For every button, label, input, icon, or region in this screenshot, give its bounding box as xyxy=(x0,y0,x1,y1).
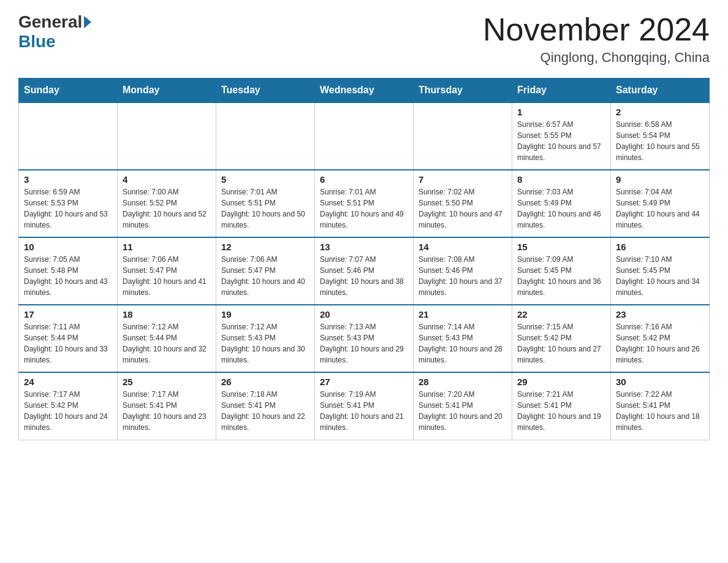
day-info: Sunrise: 7:16 AMSunset: 5:42 PMDaylight:… xyxy=(616,321,704,366)
day-number: 30 xyxy=(616,377,704,387)
day-info: Sunrise: 7:03 AMSunset: 5:49 PMDaylight:… xyxy=(517,186,605,231)
day-number: 7 xyxy=(419,174,507,185)
calendar-cell: 17Sunrise: 7:11 AMSunset: 5:44 PMDayligh… xyxy=(19,305,118,372)
day-number: 12 xyxy=(221,242,309,252)
day-info: Sunrise: 7:12 AMSunset: 5:44 PMDaylight:… xyxy=(123,321,211,366)
calendar-cell: 5Sunrise: 7:01 AMSunset: 5:51 PMDaylight… xyxy=(216,170,315,237)
day-info: Sunrise: 7:06 AMSunset: 5:47 PMDaylight:… xyxy=(221,254,309,298)
day-number: 17 xyxy=(24,309,112,320)
month-title: November 2024 xyxy=(483,12,710,47)
calendar-cell: 12Sunrise: 7:06 AMSunset: 5:47 PMDayligh… xyxy=(216,237,315,305)
day-number: 8 xyxy=(517,174,605,185)
calendar-cell xyxy=(19,102,118,170)
calendar-cell: 11Sunrise: 7:06 AMSunset: 5:47 PMDayligh… xyxy=(118,237,216,305)
weekday-header-monday: Monday xyxy=(118,79,216,103)
day-number: 15 xyxy=(517,242,605,252)
weekday-header-wednesday: Wednesday xyxy=(315,79,414,103)
day-info: Sunrise: 7:15 AMSunset: 5:42 PMDaylight:… xyxy=(517,321,605,366)
day-info: Sunrise: 6:58 AMSunset: 5:54 PMDaylight:… xyxy=(616,119,704,163)
logo-triangle-icon xyxy=(84,16,91,28)
day-info: Sunrise: 7:01 AMSunset: 5:51 PMDaylight:… xyxy=(320,186,408,231)
day-number: 20 xyxy=(320,309,408,320)
logo: General Blue xyxy=(18,12,93,52)
calendar-cell: 25Sunrise: 7:17 AMSunset: 5:41 PMDayligh… xyxy=(118,372,216,440)
calendar-cell: 19Sunrise: 7:12 AMSunset: 5:43 PMDayligh… xyxy=(216,305,315,372)
day-number: 11 xyxy=(123,242,211,252)
day-number: 29 xyxy=(517,377,605,387)
day-number: 5 xyxy=(221,174,309,185)
calendar-cell: 28Sunrise: 7:20 AMSunset: 5:41 PMDayligh… xyxy=(414,372,512,440)
day-number: 4 xyxy=(123,174,211,185)
calendar-cell: 3Sunrise: 6:59 AMSunset: 5:53 PMDaylight… xyxy=(19,170,118,237)
weekday-header-tuesday: Tuesday xyxy=(216,79,315,103)
day-info: Sunrise: 7:20 AMSunset: 5:41 PMDaylight:… xyxy=(419,389,507,433)
day-number: 26 xyxy=(221,377,309,387)
day-number: 2 xyxy=(616,107,704,117)
calendar-cell: 16Sunrise: 7:10 AMSunset: 5:45 PMDayligh… xyxy=(611,237,710,305)
day-number: 1 xyxy=(517,107,605,117)
day-number: 21 xyxy=(419,309,507,320)
day-number: 27 xyxy=(320,377,408,387)
weekday-header-saturday: Saturday xyxy=(611,79,710,103)
calendar-week-row: 24Sunrise: 7:17 AMSunset: 5:42 PMDayligh… xyxy=(19,372,710,440)
calendar-cell: 7Sunrise: 7:02 AMSunset: 5:50 PMDaylight… xyxy=(414,170,512,237)
day-info: Sunrise: 7:11 AMSunset: 5:44 PMDaylight:… xyxy=(24,321,112,366)
day-number: 28 xyxy=(419,377,507,387)
day-number: 9 xyxy=(616,174,704,185)
calendar-cell: 1Sunrise: 6:57 AMSunset: 5:55 PMDaylight… xyxy=(512,102,611,170)
calendar-cell xyxy=(118,102,216,170)
calendar-cell: 20Sunrise: 7:13 AMSunset: 5:43 PMDayligh… xyxy=(315,305,414,372)
day-number: 22 xyxy=(517,309,605,320)
day-info: Sunrise: 7:01 AMSunset: 5:51 PMDaylight:… xyxy=(221,186,309,231)
calendar-cell: 6Sunrise: 7:01 AMSunset: 5:51 PMDaylight… xyxy=(315,170,414,237)
day-info: Sunrise: 7:05 AMSunset: 5:48 PMDaylight:… xyxy=(24,254,112,298)
calendar-cell: 29Sunrise: 7:21 AMSunset: 5:41 PMDayligh… xyxy=(512,372,611,440)
day-number: 10 xyxy=(24,242,112,252)
day-info: Sunrise: 6:59 AMSunset: 5:53 PMDaylight:… xyxy=(24,186,112,231)
calendar-cell: 8Sunrise: 7:03 AMSunset: 5:49 PMDaylight… xyxy=(512,170,611,237)
day-info: Sunrise: 7:22 AMSunset: 5:41 PMDaylight:… xyxy=(616,389,704,433)
day-info: Sunrise: 7:10 AMSunset: 5:45 PMDaylight:… xyxy=(616,254,704,298)
calendar-week-row: 1Sunrise: 6:57 AMSunset: 5:55 PMDaylight… xyxy=(19,102,710,170)
calendar-table: SundayMondayTuesdayWednesdayThursdayFrid… xyxy=(18,78,710,440)
weekday-header-sunday: Sunday xyxy=(19,79,118,103)
logo-blue-text: Blue xyxy=(18,32,56,51)
calendar-cell: 24Sunrise: 7:17 AMSunset: 5:42 PMDayligh… xyxy=(19,372,118,440)
calendar-cell: 4Sunrise: 7:00 AMSunset: 5:52 PMDaylight… xyxy=(118,170,216,237)
day-number: 24 xyxy=(24,377,112,387)
day-info: Sunrise: 7:17 AMSunset: 5:41 PMDaylight:… xyxy=(123,389,211,433)
day-number: 16 xyxy=(616,242,704,252)
calendar-cell: 9Sunrise: 7:04 AMSunset: 5:49 PMDaylight… xyxy=(611,170,710,237)
day-info: Sunrise: 7:06 AMSunset: 5:47 PMDaylight:… xyxy=(123,254,211,298)
weekday-header-friday: Friday xyxy=(512,79,611,103)
day-info: Sunrise: 7:08 AMSunset: 5:46 PMDaylight:… xyxy=(419,254,507,298)
day-number: 19 xyxy=(221,309,309,320)
day-info: Sunrise: 7:09 AMSunset: 5:45 PMDaylight:… xyxy=(517,254,605,298)
day-info: Sunrise: 7:17 AMSunset: 5:42 PMDaylight:… xyxy=(24,389,112,433)
day-info: Sunrise: 6:57 AMSunset: 5:55 PMDaylight:… xyxy=(517,119,605,163)
logo-general-text: General xyxy=(18,12,82,32)
day-number: 13 xyxy=(320,242,408,252)
calendar-cell: 30Sunrise: 7:22 AMSunset: 5:41 PMDayligh… xyxy=(611,372,710,440)
day-info: Sunrise: 7:19 AMSunset: 5:41 PMDaylight:… xyxy=(320,389,408,433)
calendar-header-row: SundayMondayTuesdayWednesdayThursdayFrid… xyxy=(19,79,710,103)
calendar-cell: 14Sunrise: 7:08 AMSunset: 5:46 PMDayligh… xyxy=(414,237,512,305)
day-info: Sunrise: 7:18 AMSunset: 5:41 PMDaylight:… xyxy=(221,389,309,433)
day-info: Sunrise: 7:02 AMSunset: 5:50 PMDaylight:… xyxy=(419,186,507,231)
calendar-cell: 26Sunrise: 7:18 AMSunset: 5:41 PMDayligh… xyxy=(216,372,315,440)
calendar-cell: 2Sunrise: 6:58 AMSunset: 5:54 PMDaylight… xyxy=(611,102,710,170)
calendar-cell xyxy=(216,102,315,170)
title-block: November 2024 Qinglong, Chongqing, China xyxy=(483,12,710,66)
calendar-cell: 13Sunrise: 7:07 AMSunset: 5:46 PMDayligh… xyxy=(315,237,414,305)
day-info: Sunrise: 7:21 AMSunset: 5:41 PMDaylight:… xyxy=(517,389,605,433)
calendar-cell: 21Sunrise: 7:14 AMSunset: 5:43 PMDayligh… xyxy=(414,305,512,372)
day-info: Sunrise: 7:07 AMSunset: 5:46 PMDaylight:… xyxy=(320,254,408,298)
calendar-cell xyxy=(315,102,414,170)
calendar-cell xyxy=(414,102,512,170)
day-number: 3 xyxy=(24,174,112,185)
calendar-week-row: 3Sunrise: 6:59 AMSunset: 5:53 PMDaylight… xyxy=(19,170,710,237)
calendar-week-row: 10Sunrise: 7:05 AMSunset: 5:48 PMDayligh… xyxy=(19,237,710,305)
day-number: 18 xyxy=(123,309,211,320)
calendar-cell: 15Sunrise: 7:09 AMSunset: 5:45 PMDayligh… xyxy=(512,237,611,305)
day-info: Sunrise: 7:00 AMSunset: 5:52 PMDaylight:… xyxy=(123,186,211,231)
